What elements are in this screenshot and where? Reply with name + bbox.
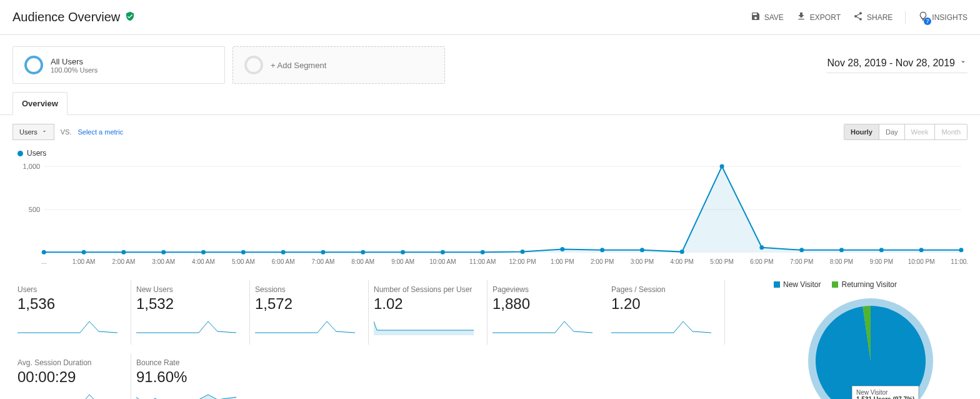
svg-text:4:00 AM: 4:00 AM bbox=[192, 258, 215, 265]
metric-card[interactable]: New Users1,532 bbox=[131, 280, 250, 345]
svg-text:8:00 PM: 8:00 PM bbox=[830, 258, 853, 265]
svg-text:9:00 AM: 9:00 AM bbox=[391, 258, 414, 265]
svg-text:5:00 PM: 5:00 PM bbox=[710, 258, 733, 265]
pie-tooltip-value: 1,531 Users (97.7%) bbox=[856, 396, 914, 399]
metric-label: Sessions bbox=[255, 285, 361, 294]
svg-point-15 bbox=[481, 250, 485, 255]
segment-title: All Users bbox=[51, 57, 98, 66]
metric-value: 1,536 bbox=[18, 295, 123, 313]
sparkline bbox=[611, 316, 711, 335]
metric-selector[interactable]: Users bbox=[12, 124, 54, 140]
legend-label: Users bbox=[27, 149, 46, 158]
metric-label: Number of Sessions per User bbox=[374, 285, 479, 294]
chart-legend: Users bbox=[0, 149, 980, 163]
metric-value: 1.20 bbox=[611, 295, 717, 313]
svg-text:1:00 PM: 1:00 PM bbox=[551, 258, 574, 265]
pie-tooltip-title: New Visitor bbox=[856, 389, 914, 396]
header-title-group: Audience Overview bbox=[12, 10, 135, 24]
metric-value: 00:00:29 bbox=[18, 368, 123, 386]
granularity-toggle: Hourly Day Week Month bbox=[844, 124, 968, 140]
add-segment-button[interactable]: + Add Segment bbox=[232, 46, 445, 84]
main-chart[interactable]: 5001,000...1:00 AM2:00 AM3:00 AM4:00 AM5… bbox=[0, 163, 980, 269]
svg-text:500: 500 bbox=[29, 206, 40, 213]
sparkline bbox=[18, 316, 118, 335]
legend-square-icon bbox=[774, 281, 780, 288]
svg-point-17 bbox=[560, 247, 564, 251]
svg-text:8:00 AM: 8:00 AM bbox=[351, 258, 374, 265]
svg-point-11 bbox=[321, 250, 325, 255]
sparkline bbox=[492, 316, 592, 335]
svg-point-9 bbox=[241, 250, 246, 255]
svg-point-13 bbox=[401, 250, 405, 255]
pie-legend-returning: Returning Visitor bbox=[832, 280, 897, 289]
dropdown-icon bbox=[41, 128, 48, 136]
metrics-section: Users1,536New Users1,532Sessions1,572Num… bbox=[0, 269, 980, 399]
pie-chart[interactable]: New Visitor 1,531 Users (97.7%) bbox=[805, 295, 936, 399]
metric-card[interactable]: Users1,536 bbox=[12, 280, 131, 345]
svg-point-23 bbox=[799, 248, 804, 252]
svg-text:7:00 AM: 7:00 AM bbox=[312, 258, 335, 265]
svg-point-21 bbox=[720, 164, 724, 169]
save-button[interactable]: SAVE bbox=[751, 11, 784, 23]
save-icon bbox=[751, 11, 761, 23]
sparkline bbox=[136, 390, 236, 399]
insights-label: INSIGHTS bbox=[932, 13, 968, 22]
svg-text:6:00 PM: 6:00 PM bbox=[750, 258, 773, 265]
metric-card[interactable]: Sessions1,572 bbox=[250, 280, 369, 345]
segment-empty-circle-icon bbox=[244, 56, 263, 74]
export-button[interactable]: EXPORT bbox=[796, 11, 841, 23]
share-icon bbox=[853, 11, 863, 23]
insights-button[interactable]: 7 INSIGHTS bbox=[918, 11, 968, 23]
svg-point-22 bbox=[759, 245, 764, 250]
share-button[interactable]: SHARE bbox=[853, 11, 892, 23]
granularity-day[interactable]: Day bbox=[879, 124, 904, 139]
svg-text:7:00 PM: 7:00 PM bbox=[790, 258, 813, 265]
metric-label: Bounce Rate bbox=[136, 358, 242, 367]
svg-text:1:00 AM: 1:00 AM bbox=[72, 258, 96, 265]
metric-value: 1,532 bbox=[136, 295, 242, 313]
metric-label: Avg. Session Duration bbox=[18, 358, 123, 367]
svg-point-19 bbox=[640, 248, 644, 252]
svg-point-4 bbox=[42, 250, 46, 255]
metric-card[interactable]: Bounce Rate91.60% bbox=[131, 353, 250, 399]
svg-point-18 bbox=[600, 248, 604, 252]
segment-circle-icon bbox=[24, 56, 43, 74]
svg-point-12 bbox=[361, 250, 365, 255]
metric-selector-label: Users bbox=[19, 128, 38, 136]
dropdown-icon bbox=[959, 58, 968, 69]
svg-point-5 bbox=[82, 250, 86, 255]
svg-point-20 bbox=[680, 250, 684, 254]
date-range-picker[interactable]: Nov 28, 2019 - Nov 28, 2019 bbox=[827, 58, 968, 73]
segments-list: All Users 100.00% Users + Add Segment bbox=[12, 46, 445, 84]
pie-tooltip: New Visitor 1,531 Users (97.7%) bbox=[852, 386, 919, 399]
svg-text:...: ... bbox=[41, 258, 46, 265]
svg-text:11:00...: 11:00... bbox=[951, 258, 968, 265]
metric-card[interactable]: Avg. Session Duration00:00:29 bbox=[12, 353, 131, 399]
granularity-hourly[interactable]: Hourly bbox=[844, 124, 879, 139]
svg-text:4:00 PM: 4:00 PM bbox=[671, 258, 694, 265]
segment-subtitle: 100.00% Users bbox=[51, 66, 98, 74]
svg-point-27 bbox=[959, 248, 963, 252]
svg-text:3:00 AM: 3:00 AM bbox=[152, 258, 175, 265]
date-range-label: Nov 28, 2019 - Nov 28, 2019 bbox=[827, 58, 955, 69]
tab-overview[interactable]: Overview bbox=[12, 92, 68, 115]
sparkline bbox=[136, 316, 236, 335]
metric-card[interactable]: Number of Sessions per User1.02 bbox=[369, 280, 488, 345]
page-header: Audience Overview SAVE EXPORT SHARE 7 IN… bbox=[0, 0, 980, 35]
segment-all-users[interactable]: All Users 100.00% Users bbox=[12, 46, 225, 84]
svg-text:10:00 PM: 10:00 PM bbox=[908, 258, 935, 265]
verified-shield-icon bbox=[125, 11, 135, 23]
svg-text:1,000: 1,000 bbox=[23, 163, 41, 170]
metric-card[interactable]: Pages / Session1.20 bbox=[606, 280, 725, 345]
legend-dot-icon bbox=[18, 151, 23, 156]
svg-point-10 bbox=[281, 250, 286, 255]
export-icon bbox=[796, 11, 806, 23]
svg-point-6 bbox=[121, 250, 126, 255]
sparkline bbox=[374, 316, 474, 335]
metric-card[interactable]: Pageviews1,880 bbox=[488, 280, 606, 345]
svg-point-14 bbox=[441, 250, 445, 255]
svg-point-7 bbox=[161, 250, 166, 255]
save-label: SAVE bbox=[764, 13, 784, 22]
select-metric-link[interactable]: Select a metric bbox=[78, 128, 123, 136]
legend-square-icon bbox=[832, 281, 838, 288]
